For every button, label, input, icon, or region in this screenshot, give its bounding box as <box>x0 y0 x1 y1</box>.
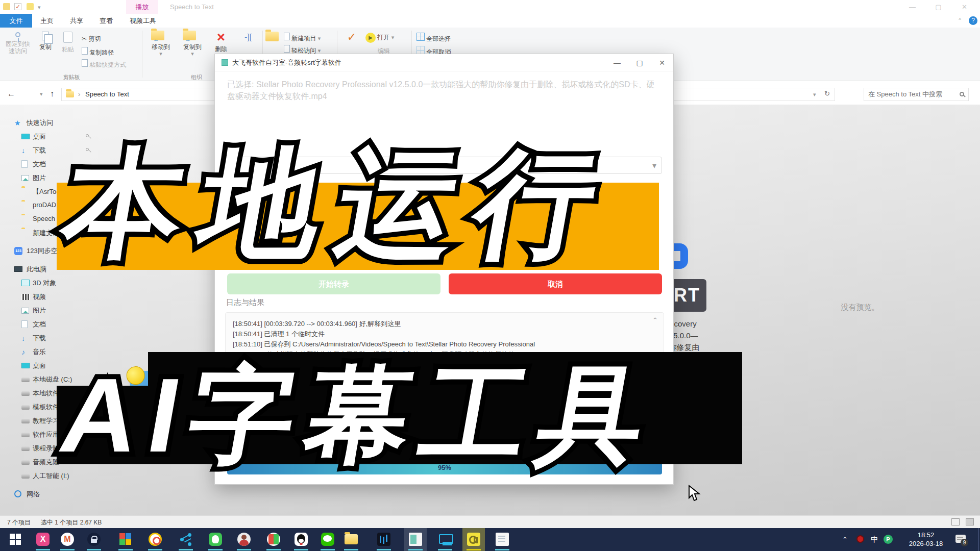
dialog-close-button[interactable]: ✕ <box>651 54 673 71</box>
keepass-lock-icon <box>87 533 101 546</box>
new-folder-button[interactable] <box>265 32 279 43</box>
breadcrumb[interactable]: Speech to Text <box>85 90 129 98</box>
paste-button[interactable]: 粘贴 <box>57 32 79 53</box>
details-view-icon[interactable] <box>951 518 960 525</box>
back-button[interactable]: ← <box>7 89 15 98</box>
qat-folder-icon[interactable] <box>3 3 10 10</box>
sidebar-item-label: 课程录制 <box>33 444 59 453</box>
running-indicator <box>118 549 133 550</box>
marktext-button[interactable]: M <box>56 528 79 551</box>
up-button[interactable]: ↑ <box>50 89 54 98</box>
sidebar-item-label: 文档 <box>33 320 46 329</box>
recorder-app-icon <box>149 533 162 546</box>
search-input[interactable] <box>864 88 951 99</box>
monitor-app-icon <box>438 533 452 546</box>
paste-label: 粘贴 <box>57 46 79 53</box>
sidebar-item-label: 视频 <box>33 292 46 302</box>
new-item-button[interactable]: 新建项目 ▾ <box>284 33 321 43</box>
avatar-app-button[interactable] <box>233 528 255 551</box>
dialog-maximize-button[interactable]: ▢ <box>628 54 651 71</box>
start-button[interactable] <box>4 528 27 551</box>
new-item-icon <box>284 33 290 40</box>
minimize-button[interactable]: — <box>901 0 924 14</box>
running-indicator <box>467 549 481 550</box>
flag-app-icon <box>119 533 132 546</box>
properties-button[interactable]: ✓ <box>340 31 363 44</box>
file-explorer-button[interactable] <box>340 528 362 551</box>
audio-app-button[interactable] <box>373 528 395 551</box>
copy-button[interactable]: 复制 <box>35 32 56 51</box>
qat-new-icon[interactable] <box>27 3 34 10</box>
sidebar-item[interactable]: 网络 <box>0 488 143 501</box>
sidebar-item[interactable]: 图片 <box>0 304 143 317</box>
keepass-lock-button[interactable] <box>83 528 105 551</box>
move-to-arrow-icon: ← <box>153 36 159 43</box>
audio-to-text-app-icon <box>467 533 480 546</box>
thumbnail-view-icon[interactable] <box>966 518 974 525</box>
open-button[interactable]: ▶ 打开 ▾ <box>365 33 394 43</box>
contextual-tab-play[interactable]: 播放 <box>126 0 158 14</box>
search-icon[interactable] <box>960 92 964 96</box>
copy-to-button[interactable]: → 复制到 ▾ <box>178 31 207 57</box>
open-play-icon: ▶ <box>365 33 376 43</box>
monitor-app-button[interactable] <box>434 528 456 551</box>
refresh-icon[interactable]: ↻ <box>824 90 830 97</box>
notepad-button[interactable] <box>491 528 513 551</box>
move-to-button[interactable]: ← 移动到 ▾ <box>146 31 176 57</box>
recent-locations-icon[interactable]: ▾ <box>40 91 43 97</box>
qat-customize-icon[interactable]: ▾ <box>38 4 41 11</box>
cut-button[interactable]: ✂ 剪切 <box>82 35 101 43</box>
sidebar-item-label: 快速访问 <box>27 118 53 128</box>
paste-shortcut-button[interactable]: 粘贴快捷方式 <box>82 59 126 69</box>
recorder-app-button[interactable] <box>144 528 166 551</box>
sidebar-item[interactable]: 文档 <box>0 318 143 331</box>
wechat-button[interactable] <box>316 528 339 551</box>
ime-indicator[interactable]: 中 <box>871 535 878 543</box>
tray-expand-icon[interactable]: ⌃ <box>842 535 848 544</box>
copy-path-button[interactable]: 复制路径 <box>82 47 114 57</box>
running-indicator <box>36 549 50 550</box>
maximize-button[interactable]: ▢ <box>927 0 950 14</box>
log-collapse-icon[interactable]: ⌃ <box>652 316 658 324</box>
drive-icon <box>21 433 30 437</box>
sidebar-item-label: 教程学习 <box>33 416 59 425</box>
address-dropdown-icon[interactable]: ▾ <box>813 91 816 98</box>
tray-p-icon[interactable]: P <box>884 535 893 544</box>
tab-file[interactable]: 文件 <box>0 14 32 28</box>
ribbon-collapse-icon[interactable]: ⌃ <box>958 17 962 24</box>
qat-properties-icon[interactable]: ✓ <box>14 3 21 10</box>
sidebar-item[interactable]: 视频 <box>0 290 143 304</box>
star-icon <box>14 119 22 127</box>
flag-app-button[interactable] <box>114 528 137 551</box>
select-all-button[interactable]: 全部选择 <box>416 33 451 43</box>
qq-button[interactable] <box>290 528 312 551</box>
audio-to-text-app-button[interactable] <box>462 528 485 551</box>
clock[interactable]: 18:52 2026-03-18 <box>899 531 952 548</box>
running-indicator <box>377 549 391 550</box>
easy-access-label: 轻松访问 <box>291 47 316 54</box>
tab-view[interactable]: 查看 <box>95 14 117 28</box>
tab-home[interactable]: 主页 <box>36 14 58 28</box>
desktop-icon <box>21 134 30 139</box>
pinwheel-app-button[interactable] <box>262 528 285 551</box>
drive-icon <box>21 391 30 396</box>
dialog-minimize-button[interactable]: — <box>606 54 628 71</box>
dialog-title-bar[interactable]: 大飞哥软件自习室-音频转srt字幕软件 — ▢ ✕ <box>215 54 673 71</box>
rename-button[interactable]: -][ <box>235 33 261 42</box>
recording-tray-icon[interactable] <box>856 535 864 543</box>
close-button[interactable]: ✕ <box>953 0 976 14</box>
tab-share[interactable]: 共享 <box>65 14 88 28</box>
running-indicator <box>60 549 75 550</box>
move-to-label: 移动到 <box>146 43 176 51</box>
green-app-button[interactable] <box>204 528 227 551</box>
sidebar-item[interactable]: 下载 <box>0 332 143 345</box>
active-window-app-button[interactable] <box>404 528 427 551</box>
selected-file-text: 已选择: Stellar Photo Recovery Professional… <box>227 79 662 102</box>
show-desktop-button[interactable] <box>978 528 979 551</box>
xmind-button[interactable]: X <box>32 528 54 551</box>
tab-video-tools[interactable]: 视频工具 <box>125 14 161 28</box>
notification-icon[interactable]: 9 <box>955 535 966 543</box>
share-nodes-button[interactable] <box>175 528 197 551</box>
pin-to-quick-access-button[interactable]: 固定到快速访问 <box>3 32 33 55</box>
help-icon[interactable]: ? <box>969 16 977 25</box>
